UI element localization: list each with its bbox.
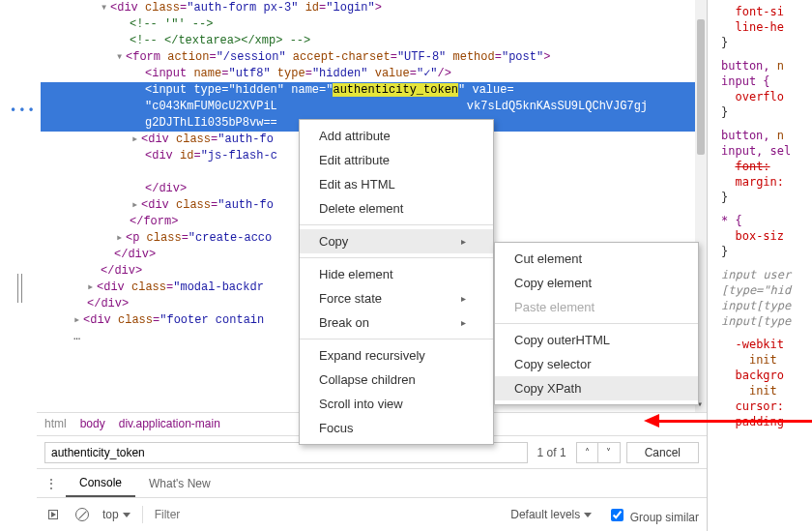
ctx-delete-element[interactable]: Delete element bbox=[300, 196, 493, 221]
ctx-add-attribute[interactable]: Add attribute bbox=[300, 124, 493, 148]
context-menu-separator bbox=[495, 323, 698, 324]
selected-dom-node[interactable]: <input type="hidden" name="authenticity_… bbox=[41, 82, 707, 99]
search-prev-button[interactable]: ˄ bbox=[577, 443, 598, 462]
styles-sidebar[interactable]: font-si line-he } button, n input { over… bbox=[708, 0, 812, 531]
ctx-copy-submenu[interactable]: Copy bbox=[300, 229, 493, 253]
ctx-scroll-into-view[interactable]: Scroll into view bbox=[300, 392, 493, 416]
scrollbar-thumb[interactable] bbox=[697, 19, 705, 155]
search-next-button[interactable]: ˅ bbox=[598, 443, 620, 462]
ctx-copy-xpath[interactable]: Copy XPath bbox=[495, 376, 698, 400]
copy-submenu[interactable]: Cut element Copy element Paste element C… bbox=[494, 242, 699, 405]
drawer-menu-button[interactable]: ⋮ bbox=[37, 476, 66, 491]
breadcrumb-item[interactable]: div.application-main bbox=[119, 417, 220, 431]
chevron-down-icon bbox=[123, 513, 130, 517]
console-context-select[interactable]: top bbox=[102, 508, 130, 521]
search-result-count: 1 of 1 bbox=[534, 446, 570, 459]
ctx-hide-element[interactable]: Hide element bbox=[300, 262, 493, 286]
ctx-edit-as-html[interactable]: Edit as HTML bbox=[300, 172, 493, 196]
ctx-paste-element: Paste element bbox=[495, 295, 698, 319]
breadcrumb-item[interactable]: body bbox=[80, 417, 105, 431]
selected-line-gutter-marker: ••• bbox=[10, 103, 37, 117]
ctx-cut-element[interactable]: Cut element bbox=[495, 247, 698, 271]
ctx-copy-element[interactable]: Copy element bbox=[495, 271, 698, 295]
annotation-arrow bbox=[638, 414, 812, 428]
ctx-copy-outerhtml[interactable]: Copy outerHTML bbox=[495, 328, 698, 352]
ctx-expand-recursively[interactable]: Expand recursively bbox=[300, 343, 493, 368]
tab-whats-new[interactable]: What's New bbox=[135, 469, 224, 497]
ctx-break-on[interactable]: Break on bbox=[300, 310, 493, 335]
console-toggle-sidebar-icon[interactable] bbox=[44, 506, 62, 523]
search-cancel-button[interactable]: Cancel bbox=[626, 442, 699, 463]
tab-console[interactable]: Console bbox=[66, 469, 135, 497]
context-menu-separator bbox=[300, 339, 493, 339]
console-filter-input[interactable] bbox=[155, 506, 213, 524]
console-clear-icon[interactable] bbox=[73, 506, 91, 523]
console-group-similar-checkbox[interactable]: Group similar bbox=[607, 506, 699, 524]
context-menu-separator bbox=[300, 257, 493, 258]
breadcrumb-item[interactable]: html bbox=[44, 417, 67, 431]
ctx-force-state[interactable]: Force state bbox=[300, 286, 493, 310]
ctx-focus[interactable]: Focus bbox=[300, 416, 493, 440]
chevron-down-icon bbox=[584, 513, 592, 517]
element-context-menu[interactable]: Add attribute Edit attribute Edit as HTM… bbox=[299, 119, 494, 445]
ctx-edit-attribute[interactable]: Edit attribute bbox=[300, 148, 493, 172]
context-menu-separator bbox=[300, 224, 493, 225]
panel-resize-handle[interactable] bbox=[17, 274, 22, 303]
ctx-copy-selector[interactable]: Copy selector bbox=[495, 352, 698, 376]
ctx-collapse-children[interactable]: Collapse children bbox=[300, 368, 493, 392]
console-levels-select[interactable]: Default levels bbox=[510, 508, 592, 521]
